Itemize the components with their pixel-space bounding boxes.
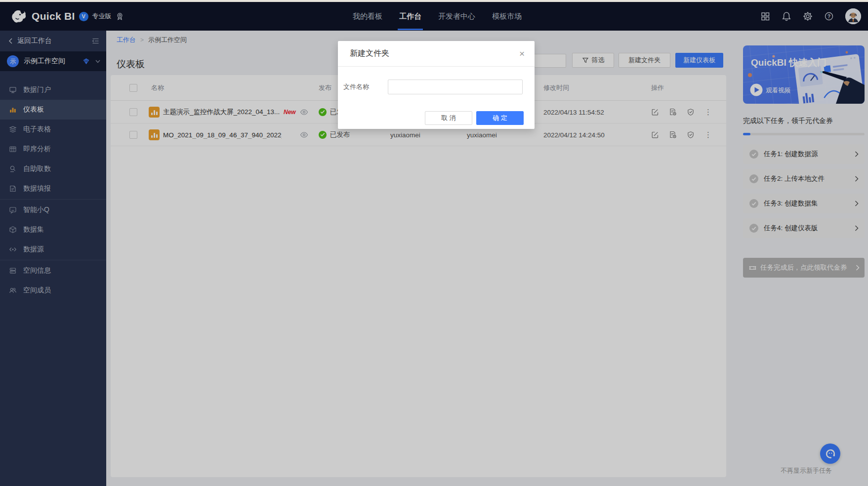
folder-name-label: 文件名称 [343, 82, 369, 91]
new-folder-modal: 新建文件夹 × 文件名称 取 消 确 定 [338, 41, 535, 129]
modal-header: 新建文件夹 [338, 41, 535, 67]
close-icon[interactable]: × [517, 47, 527, 60]
confirm-button[interactable]: 确 定 [476, 111, 524, 125]
modal-body: 文件名称 [338, 67, 535, 105]
cancel-button[interactable]: 取 消 [425, 111, 472, 125]
browser-edge-strip [0, 0, 868, 2]
modal-footer: 取 消 确 定 [338, 111, 535, 125]
folder-name-input[interactable] [388, 80, 523, 94]
modal-title: 新建文件夹 [350, 48, 389, 59]
